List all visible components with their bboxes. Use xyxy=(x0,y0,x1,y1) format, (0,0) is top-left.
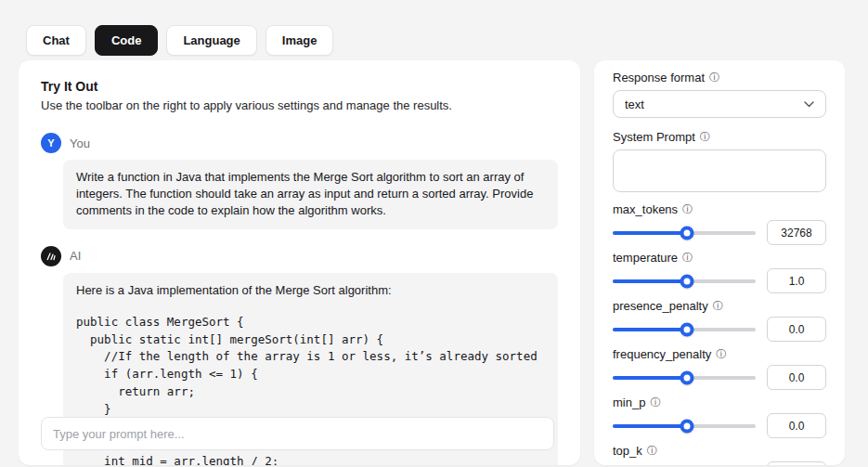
param-temperature: temperature ⓘ xyxy=(613,250,826,289)
slider-thumb[interactable] xyxy=(680,274,694,288)
min-p-label: min_p xyxy=(613,396,645,409)
response-format-select[interactable]: text xyxy=(613,90,826,118)
frequency-penalty-slider[interactable] xyxy=(613,370,756,385)
min-p-slider[interactable] xyxy=(613,419,756,434)
temperature-label: temperature xyxy=(613,251,678,265)
slider-thumb[interactable] xyxy=(680,370,694,384)
playground-panel: Try It Out Use the toolbar on the right … xyxy=(19,60,580,465)
frequency-penalty-value[interactable] xyxy=(767,365,826,390)
system-prompt-label-row: System Prompt ⓘ xyxy=(613,129,826,144)
max-tokens-label: max_tokens xyxy=(613,202,678,216)
info-icon[interactable]: ⓘ xyxy=(713,301,723,311)
info-icon[interactable]: ⓘ xyxy=(647,446,657,456)
chevron-down-icon xyxy=(804,101,814,108)
page-subtitle: Use the toolbar on the right to apply va… xyxy=(41,98,558,112)
user-role-label: You xyxy=(70,136,90,150)
tab-chat[interactable]: Chat xyxy=(26,25,86,56)
param-presence-penalty: presence_penalty ⓘ xyxy=(613,298,826,337)
param-frequency-penalty: frequency_penalty ⓘ xyxy=(613,346,826,385)
info-icon[interactable]: ⓘ xyxy=(700,132,710,142)
info-icon[interactable]: ⓘ xyxy=(682,253,693,263)
page-title: Try It Out xyxy=(41,79,558,94)
slider-thumb[interactable] xyxy=(680,226,694,240)
settings-panel: Response format ⓘ text System Prompt ⓘ m… xyxy=(594,60,845,465)
tab-code[interactable]: Code xyxy=(95,25,159,56)
mode-tabs: Chat Code Language Image xyxy=(26,25,333,56)
system-prompt-label: System Prompt xyxy=(613,130,695,144)
slider-thumb[interactable] xyxy=(680,322,694,336)
param-top-k: top_k ⓘ xyxy=(613,443,826,465)
info-icon[interactable]: ⓘ xyxy=(716,349,726,359)
min-p-value[interactable] xyxy=(767,413,826,438)
presence-penalty-value[interactable] xyxy=(767,317,826,342)
response-format-value: text xyxy=(625,97,644,111)
response-format-label: Response format xyxy=(613,71,705,84)
presence-penalty-slider[interactable] xyxy=(613,322,756,337)
max-tokens-slider[interactable] xyxy=(613,226,756,240)
system-prompt-input[interactable] xyxy=(613,149,826,192)
presence-penalty-label: presence_penalty xyxy=(613,299,708,313)
top-k-value[interactable] xyxy=(767,461,826,465)
tab-language[interactable]: Language xyxy=(166,25,256,56)
temperature-value[interactable] xyxy=(767,268,826,293)
frequency-penalty-label: frequency_penalty xyxy=(613,347,711,361)
param-max-tokens: max_tokens ⓘ xyxy=(613,201,826,240)
max-tokens-value[interactable] xyxy=(767,220,826,245)
user-message-bubble: Write a function in Java that implements… xyxy=(63,160,558,229)
prompt-input[interactable] xyxy=(41,417,554,450)
tab-image[interactable]: Image xyxy=(266,25,334,56)
response-format-label-row: Response format ⓘ xyxy=(613,70,826,84)
user-avatar: Y xyxy=(41,133,61,153)
temperature-slider[interactable] xyxy=(613,274,756,289)
top-k-label: top_k xyxy=(613,444,642,458)
user-message: Y You Write a function in Java that impl… xyxy=(41,133,558,229)
ai-role-label: AI xyxy=(70,249,81,263)
param-min-p: min_p ⓘ xyxy=(613,395,826,434)
ai-logo-icon xyxy=(45,251,57,262)
slider-thumb[interactable] xyxy=(680,419,694,433)
info-icon[interactable]: ⓘ xyxy=(650,397,660,408)
ai-avatar xyxy=(41,246,61,266)
info-icon[interactable]: ⓘ xyxy=(709,72,719,83)
ai-message-intro: Here is a Java implementation of the Mer… xyxy=(76,282,545,299)
info-icon[interactable]: ⓘ xyxy=(682,204,693,214)
